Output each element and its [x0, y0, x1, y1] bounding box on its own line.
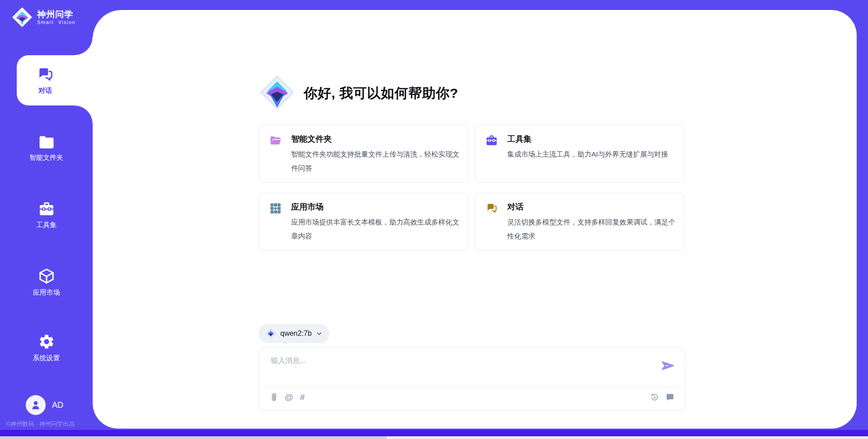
greeting-logo-icon: [260, 75, 294, 110]
gear-icon: [38, 333, 55, 350]
chevron-down-icon: [316, 330, 322, 337]
card-description: 集成市场上主流工具，助力AI与外界无缝扩展与对接: [507, 147, 675, 161]
active-tab-fillet-top: [75, 37, 93, 55]
sidebar-item-label: 智能文件夹: [0, 153, 93, 162]
model-selector[interactable]: qwen2:7b: [259, 324, 330, 343]
folder-icon: [38, 134, 55, 150]
comment-icon[interactable]: [665, 393, 675, 402]
sidebar-item-app-market[interactable]: 应用市场: [0, 267, 93, 297]
card-description: 应用市场提供丰富长文本模板，助力高效生成多样化文章内容: [291, 215, 459, 243]
sidebar-item-label: 应用市场: [0, 288, 93, 297]
sidebar-item-settings[interactable]: 系统设置: [0, 333, 93, 363]
card-description: 灵活切换多模型文件，支持多样回复效果调试，满足个性化需求: [507, 215, 675, 243]
user-profile[interactable]: AD: [26, 395, 63, 415]
model-diamond-icon: [266, 329, 276, 339]
active-tab-fillet-bottom: [75, 105, 93, 124]
sidebar-item-label: 工具集: [0, 221, 93, 229]
greeting-title: 你好, 我可以如何帮助你?: [304, 84, 458, 103]
briefcase-icon: [38, 201, 55, 217]
card-title: 智能文件夹: [291, 134, 332, 144]
card-title: 应用市场: [291, 201, 324, 212]
feature-cards: 智能文件夹 智能文件夹功能支持批量文件上传与清洗，轻松实现文件问答 工具集 集成…: [259, 125, 684, 251]
message-composer: @ #: [259, 348, 685, 411]
sidebar-item-smart-folder[interactable]: 智能文件夹: [0, 134, 93, 162]
chat-icon: [37, 66, 54, 83]
composer-divider: [259, 387, 684, 387]
composer-right-tools: [650, 392, 675, 402]
sidebar-item-toolset[interactable]: 工具集: [0, 201, 93, 229]
paperclip-icon[interactable]: [270, 392, 278, 402]
sidebar-item-label: 对话: [38, 86, 52, 95]
card-title: 工具集: [507, 134, 532, 144]
app-window: 神州问学 Smart Vision 对话 智能文件夹 工具集: [0, 0, 868, 439]
model-name: qwen2:7b: [280, 329, 311, 338]
sidebar-item-label: 系统设置: [0, 354, 93, 363]
cube-icon: [38, 267, 55, 285]
sidebar-footer: ©神州数码 · 神州问学出品: [6, 420, 75, 428]
message-input[interactable]: [270, 355, 650, 382]
brand: 神州问学 Smart Vision: [12, 7, 75, 28]
brand-subtitle: Smart Vision: [37, 19, 75, 25]
grid-icon: [269, 202, 282, 215]
brand-name: 神州问学: [37, 10, 75, 19]
avatar: [26, 395, 46, 415]
person-icon: [30, 399, 42, 411]
card-app-market[interactable]: 应用市场 应用市场提供丰富长文本模板，助力高效生成多样化文章内容: [259, 193, 468, 251]
send-icon[interactable]: [661, 360, 675, 372]
chat-icon: [486, 202, 498, 215]
card-title: 对话: [507, 201, 524, 212]
mention-icon[interactable]: @: [285, 392, 293, 402]
card-description: 智能文件夹功能支持批量文件上传与清洗，轻松实现文件问答: [291, 147, 459, 175]
sidebar-item-chat[interactable]: 对话: [17, 55, 93, 105]
brand-logo-icon: [12, 7, 33, 28]
horizontal-scrollbar-thumb[interactable]: [0, 436, 387, 439]
user-initials: AD: [52, 401, 63, 410]
folder-open-icon: [269, 134, 282, 147]
card-toolset[interactable]: 工具集 集成市场上主流工具，助力AI与外界无缝扩展与对接: [475, 125, 684, 183]
composer-left-tools: @ #: [270, 392, 305, 402]
card-chat[interactable]: 对话 灵活切换多模型文件，支持多样回复效果调试，满足个性化需求: [475, 193, 684, 251]
history-icon[interactable]: [650, 392, 659, 402]
page-bottom-band: [0, 430, 868, 436]
card-smart-folder[interactable]: 智能文件夹 智能文件夹功能支持批量文件上传与清洗，轻松实现文件问答: [259, 125, 468, 183]
hash-icon[interactable]: #: [300, 392, 305, 402]
briefcase-icon: [486, 134, 498, 147]
